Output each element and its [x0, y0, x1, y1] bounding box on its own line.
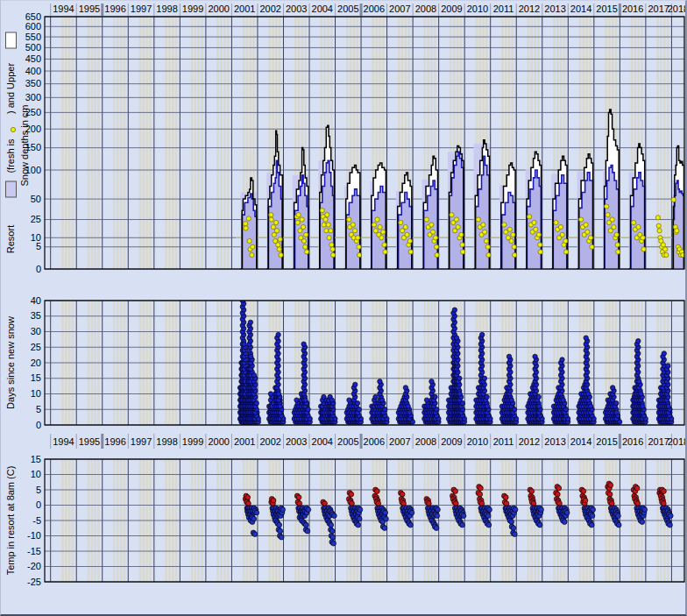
days-since-snow-dot	[407, 410, 412, 414]
temp-dot	[504, 501, 509, 506]
month-stripe	[145, 17, 148, 269]
temp-dot	[531, 501, 536, 506]
tick-label: 5	[36, 241, 41, 251]
temp-dot	[564, 510, 570, 515]
temp-dot	[382, 526, 387, 531]
fresh-snow-dot	[322, 223, 326, 227]
tick-label: 35	[31, 310, 41, 321]
fresh-snow-dot	[563, 238, 568, 243]
month-stripe	[88, 17, 90, 269]
month-stripe	[201, 17, 203, 269]
fresh-snow-dot	[538, 250, 542, 254]
days-since-snow-dot	[641, 404, 645, 408]
temp-dot	[487, 507, 492, 513]
fresh-snow-dot	[536, 232, 541, 237]
fresh-snow-dot	[612, 224, 616, 229]
fresh-snow-dot	[657, 229, 662, 233]
temp-dot	[486, 522, 492, 527]
days-since-snow-dot	[435, 407, 439, 412]
fresh-snow-dot	[610, 217, 614, 222]
days-since-snow-dot	[586, 392, 591, 396]
days-since-snow-dot	[254, 400, 259, 405]
fresh-snow-dot	[378, 224, 382, 229]
fresh-snow-dot	[456, 224, 460, 229]
days-since-snow-dot	[460, 400, 464, 405]
temp-dot	[330, 535, 336, 540]
year-label: 2013	[544, 4, 565, 14]
temp-dot	[322, 501, 328, 506]
temp-dot	[350, 501, 355, 506]
temp-dot	[479, 501, 485, 506]
days-since-snow-dot	[357, 407, 361, 412]
temp-dot	[453, 489, 458, 494]
days-since-snow-dot	[662, 351, 666, 356]
fresh-snow-dot	[476, 217, 480, 222]
year-label: 2005	[337, 436, 358, 447]
year-label: 1996	[104, 436, 125, 447]
top-axis-label-depths: Snow depths in cm	[19, 105, 30, 187]
fresh-snow-dot	[251, 244, 255, 249]
tick-label: 10	[31, 469, 41, 479]
days-since-snow-dot	[433, 394, 437, 399]
temp-dot	[296, 495, 301, 500]
temp-dot	[589, 522, 594, 527]
temp-dot	[329, 522, 334, 527]
tick-label: 30	[31, 326, 41, 336]
temp-dot	[607, 492, 613, 497]
temp-dot	[331, 541, 336, 546]
year-label: 2003	[286, 4, 307, 14]
fresh-snow-dot	[327, 236, 331, 240]
days-since-snow-dot	[563, 407, 568, 412]
fresh-snow-dot	[675, 229, 679, 233]
fresh-snow-dot	[403, 224, 407, 229]
days-since-snow-dot	[533, 354, 537, 358]
temp-dot	[252, 532, 258, 537]
temp-dot	[383, 510, 388, 515]
fresh-snow-dot	[513, 252, 517, 257]
temp-dot	[642, 507, 648, 513]
temp-dot	[513, 507, 518, 513]
fresh-snow-dot	[276, 243, 280, 247]
days-since-snow-dot	[512, 407, 516, 412]
fresh-snow-dot	[579, 217, 584, 222]
days-since-snow-dot	[242, 342, 246, 346]
top-axis-label-fresh: (fresh is	[5, 138, 16, 173]
fresh-snow-dot	[278, 237, 282, 242]
fresh-snow-dot	[405, 232, 409, 237]
temp-dot	[384, 516, 389, 521]
days-since-snow-dot	[480, 332, 485, 336]
fresh-snow-dot	[563, 250, 568, 254]
month-stripe	[94, 17, 96, 269]
days-since-snow-dot	[251, 373, 256, 378]
days-since-snow-dot	[536, 394, 541, 399]
days-since-snow-dot	[301, 342, 306, 346]
tick-label: 650	[25, 11, 41, 22]
fresh-snow-dot	[372, 223, 376, 227]
temp-dot	[349, 492, 354, 497]
temp-dot	[478, 485, 484, 491]
temp-dot	[608, 483, 613, 488]
tick-label: -10	[27, 530, 41, 541]
fresh-snow-dot	[373, 229, 378, 233]
year-label: 1995	[79, 4, 100, 14]
top-axis-label-upper: ) and Upper	[5, 63, 16, 114]
temp-dot	[478, 492, 483, 497]
fresh-snow-dot	[381, 230, 386, 234]
fresh-snow-dot	[641, 247, 646, 251]
tick-label: -5	[32, 515, 41, 526]
month-stripe	[139, 17, 142, 269]
fresh-snow-dot	[616, 250, 620, 254]
fresh-snow-dot	[301, 238, 306, 243]
fresh-snow-dot	[663, 247, 668, 251]
fresh-snow-dot	[512, 244, 516, 249]
month-stripe	[663, 17, 666, 269]
tick-label: 25	[31, 342, 41, 352]
month-stripe	[90, 17, 93, 269]
temp-dot	[305, 528, 310, 534]
tick-label: 50	[31, 194, 41, 204]
month-stripe	[223, 17, 226, 269]
month-stripe	[195, 17, 197, 269]
fresh-snow-dot	[272, 232, 276, 237]
temp-dot	[409, 510, 414, 515]
month-stripe	[216, 17, 219, 269]
